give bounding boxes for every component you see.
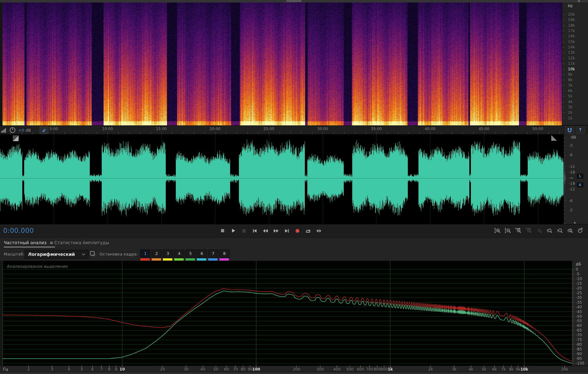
hold-button-3[interactable]: 3 [163, 250, 172, 261]
hold-button-2[interactable]: 2 [152, 250, 161, 261]
hold-button-4[interactable]: 4 [174, 250, 184, 261]
waveform-canvas[interactable] [0, 134, 564, 224]
svg-text:500: 500 [346, 367, 353, 371]
zoom-to-selection-button[interactable]: {} [566, 227, 574, 235]
zoom-in-left-selection-button[interactable]: { [545, 227, 553, 235]
frequency-tick [563, 58, 564, 58]
spectral-display-panel: Hz 20k19k18k17k16k15k14k13k12k11k10k9k8k… [0, 3, 588, 125]
snap-toolbar [565, 126, 585, 134]
hold-button-label: 7 [208, 250, 218, 257]
stop-button[interactable] [219, 227, 227, 235]
frequency-label: 6k [568, 89, 573, 93]
zoom-to-playhead-button[interactable] [576, 227, 584, 235]
svg-text:-15: -15 [576, 281, 582, 286]
pin-toggle-button[interactable] [40, 127, 48, 134]
hold-color-swatch [197, 258, 206, 261]
clock-icon[interactable] [9, 127, 16, 133]
timeline-row: +0 dB 5:0010:0015:0020:0025:0 [0, 125, 588, 135]
channel-button-l[interactable]: L [576, 173, 584, 179]
svg-text:-35: -35 [576, 300, 582, 305]
timeline-label: 50:00 [532, 127, 543, 131]
amplitude-ticks [564, 134, 568, 224]
hold-button-7[interactable]: 7 [208, 250, 218, 261]
timeline-label: 10:00 [102, 127, 113, 131]
svg-text:9k: 9k [516, 367, 521, 371]
timeline-label: 30:00 [317, 127, 328, 131]
rewind-button[interactable] [262, 227, 269, 235]
pause-button[interactable] [240, 227, 248, 235]
frequency-tick [563, 47, 564, 47]
amplitude-scale: dB ▲ -3-6-12-18-∞-18-12-6-3LK [564, 134, 588, 224]
amplitude-scale-unit: dB [571, 135, 576, 140]
frequency-label: 18k [568, 23, 575, 28]
zoom-in-right-selection-button[interactable]: } [556, 227, 564, 235]
svg-text:700: 700 [366, 367, 373, 371]
view-split-grip-icon[interactable] [13, 135, 19, 141]
svg-text:3k: 3k [452, 367, 456, 371]
frequency-label: 7k [568, 83, 573, 88]
svg-text:-75: -75 [576, 338, 582, 342]
skip-selection-icon [316, 228, 322, 234]
spectrogram-canvas[interactable] [3, 3, 562, 125]
rewind-icon [262, 228, 268, 234]
hold-button-label: 6 [197, 250, 207, 257]
magnet-icon [567, 128, 572, 132]
frequency-scale: Hz 20k19k18k17k16k15k14k13k12k11k10k9k8k… [562, 3, 588, 125]
zoom-out-time-button[interactable] [525, 227, 532, 235]
magnet-snap-button[interactable] [565, 126, 574, 134]
scroll-arrow-icon[interactable]: ▲ [574, 221, 576, 224]
frequency-tick [563, 102, 564, 102]
skip-to-end-button[interactable] [283, 227, 291, 235]
hold-button-label: 4 [174, 250, 184, 257]
play-button[interactable] [229, 227, 237, 235]
channel-button-k[interactable]: K [576, 182, 584, 188]
skip-to-start-button[interactable] [251, 227, 259, 235]
frequency-plot[interactable]: дБ0-5-10-15-20-25-30-35-40-45-50-55-60-6… [0, 261, 588, 372]
timecode-display[interactable]: 0:00.000 [3, 227, 34, 234]
zoom-in-amplitude-icon [494, 228, 501, 234]
timeline-label: 20:00 [210, 127, 221, 131]
zoom-out-amplitude-button[interactable] [504, 227, 512, 235]
timeline-label: 25:00 [263, 127, 274, 131]
svg-text:300: 300 [316, 367, 324, 371]
hold-button-8[interactable]: 8 [219, 250, 229, 261]
loop-playback-button[interactable] [304, 227, 312, 235]
zoom-reset-button[interactable] [535, 227, 543, 235]
hold-button-label: 1 [140, 250, 150, 257]
active-tab-underline [4, 247, 55, 247]
skip-selection-button[interactable] [315, 227, 323, 235]
zoom-in-amplitude-button[interactable] [494, 227, 501, 235]
svg-text:50: 50 [213, 367, 218, 371]
svg-text:20k: 20k [561, 367, 568, 371]
view-corner-grip-icon[interactable] [551, 135, 557, 141]
frequency-tick [563, 107, 564, 107]
tab-frequency-analysis[interactable]: Частотный анализ≡ [4, 240, 53, 245]
panel-menu-caret-icon[interactable] [578, 1, 580, 2]
hold-button-1[interactable]: 1 [140, 250, 150, 261]
zoom-full-button[interactable] [587, 227, 588, 235]
record-button[interactable] [294, 227, 301, 235]
hold-button-6[interactable]: 6 [197, 250, 206, 261]
hold-button-5[interactable]: 5 [186, 250, 195, 261]
frequency-label: 8k [568, 78, 573, 82]
svg-text:10: 10 [120, 367, 125, 371]
hold-color-swatch [219, 258, 229, 261]
drag-handle-icon[interactable] [287, 0, 301, 1]
scale-dropdown[interactable]: Логарифмический [24, 250, 89, 259]
svg-text:2: 2 [27, 367, 30, 371]
svg-text:-100: -100 [576, 361, 584, 366]
frequency-tick [563, 74, 564, 75]
svg-text:40: 40 [201, 367, 205, 371]
zoom-in-time-button[interactable] [514, 227, 522, 235]
timeline-label: 35:00 [371, 127, 382, 131]
svg-text:-80: -80 [576, 342, 582, 347]
tab-amplitude-statistics[interactable]: Статистика Амплитуды [54, 240, 109, 245]
copy-to-clipboard-button[interactable] [89, 250, 97, 259]
gain-value[interactable]: +0 dB [18, 128, 31, 133]
svg-text:80: 80 [241, 367, 245, 371]
panel-menu-icon[interactable]: ≡ [50, 240, 53, 245]
svg-text:70: 70 [233, 367, 238, 371]
svg-text:5k: 5k [482, 367, 486, 371]
marker-snap-button[interactable] [576, 126, 585, 134]
fast-forward-button[interactable] [272, 227, 280, 235]
